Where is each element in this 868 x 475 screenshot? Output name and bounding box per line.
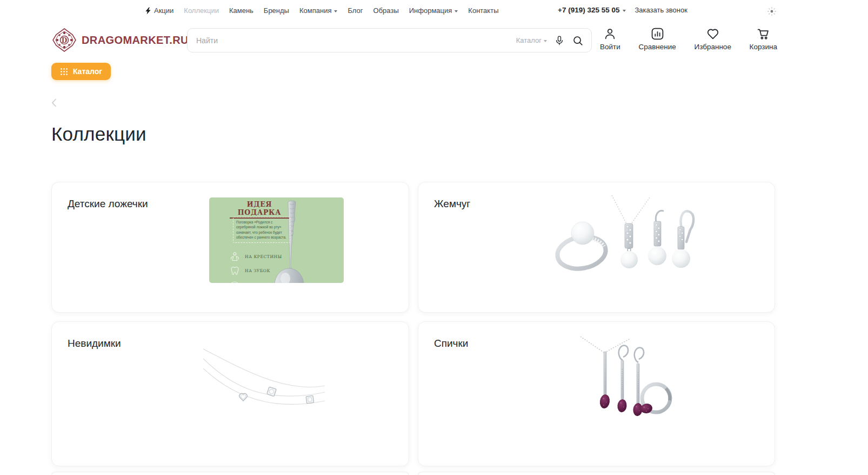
collection-card-partial [51, 472, 409, 475]
header-actions: Войти Сравнение Избранное Кор [600, 27, 777, 51]
search-submit-button[interactable] [572, 35, 584, 47]
favorites-button[interactable]: Избранное [694, 27, 731, 51]
compare-button[interactable]: Сравнение [638, 27, 676, 51]
nav-item-kamen[interactable]: Камень [229, 6, 253, 15]
nav-item-blog[interactable]: Блог [348, 6, 363, 15]
nav-item-kompaniya[interactable]: Компания [299, 6, 338, 15]
back-button[interactable] [51, 98, 57, 108]
site-logo[interactable]: D DRAGOMARKET.RU [51, 27, 189, 53]
match-jewelry-set-image [574, 337, 674, 422]
search-scope-dropdown[interactable]: Каталог [516, 36, 547, 44]
chevron-down-icon [623, 10, 626, 12]
nav-item-brendy[interactable]: Бренды [264, 6, 289, 15]
banner-list-item: НА ЗУБОК [230, 266, 270, 276]
chevron-down-icon [455, 10, 458, 12]
nav-item-kollekcii[interactable]: Коллекции [184, 6, 219, 15]
collection-card-partial [418, 472, 775, 475]
compare-chart-icon [651, 27, 664, 41]
pearl-jewelry-set-image [548, 194, 699, 275]
chevron-left-icon [51, 98, 57, 108]
tooth-icon [230, 266, 240, 276]
banner-list-item: НА КРЕСТИНЫ [230, 252, 282, 262]
collection-card-matches[interactable]: Спички [418, 321, 775, 466]
collection-title: Жемчуг [434, 198, 470, 210]
nav-item-obrazy[interactable]: Образы [373, 6, 399, 15]
logo-rosette-icon: D [51, 27, 77, 53]
collection-card-invisible-necklaces[interactable]: Невидимки [51, 321, 409, 466]
chevron-down-icon [334, 10, 337, 12]
user-icon [603, 27, 617, 41]
sun-icon [767, 6, 777, 16]
nav-item-informaciya[interactable]: Информация [409, 6, 458, 15]
page-title: Коллекции [51, 123, 146, 145]
svg-text:D: D [62, 37, 67, 44]
search-icon [572, 35, 584, 47]
theme-toggle-button[interactable] [766, 6, 777, 17]
phone-dropdown[interactable]: +7 (919) 325 55 05 [558, 6, 626, 14]
login-button[interactable]: Войти [600, 27, 620, 51]
cart-button[interactable]: Корзина [750, 27, 777, 51]
catalog-button[interactable]: Каталог [51, 63, 111, 80]
invisible-necklaces-image [203, 337, 325, 413]
chevron-down-icon [544, 40, 547, 42]
search-input[interactable] [188, 36, 516, 45]
collections-grid: Детские ложечки [51, 182, 775, 475]
cart-icon [756, 27, 770, 41]
collections-page: Акции Коллекции Камень Бренды Компания Б… [0, 0, 868, 475]
top-navigation: Акции Коллекции Камень Бренды Компания Б… [145, 6, 498, 15]
grid-dots-icon [60, 68, 68, 76]
collection-title: Спички [434, 338, 468, 349]
collection-card-pearls[interactable]: Жемчуг [418, 182, 775, 313]
callback-link[interactable]: Заказать звонок [635, 6, 687, 14]
lightning-icon [145, 7, 151, 15]
gift-idea-banner-image: ИДЕЯ ПОДАРКА Поговорка «Родился с серебр… [209, 197, 344, 283]
banner-heading: ИДЕЯ ПОДАРКА [230, 200, 289, 219]
heart-icon [706, 27, 720, 41]
logo-text: DRAGOMARKET.RU [82, 34, 189, 47]
collection-title: Невидимки [68, 338, 121, 349]
voice-search-button[interactable] [554, 35, 565, 46]
nav-item-akcii[interactable]: Акции [145, 6, 173, 15]
collection-title: Детские ложечки [68, 198, 148, 210]
angel-icon [230, 252, 240, 262]
nav-item-kontakty[interactable]: Контакты [468, 6, 498, 15]
search-bar: Каталог [187, 28, 592, 52]
banner-note: Поговорка «Родился с серебряной ложкой в… [233, 217, 290, 243]
topnav-contacts: +7 (919) 325 55 05 Заказать звонок [558, 6, 687, 14]
collection-card-spoons[interactable]: Детские ложечки [51, 182, 409, 313]
microphone-icon [554, 35, 565, 46]
